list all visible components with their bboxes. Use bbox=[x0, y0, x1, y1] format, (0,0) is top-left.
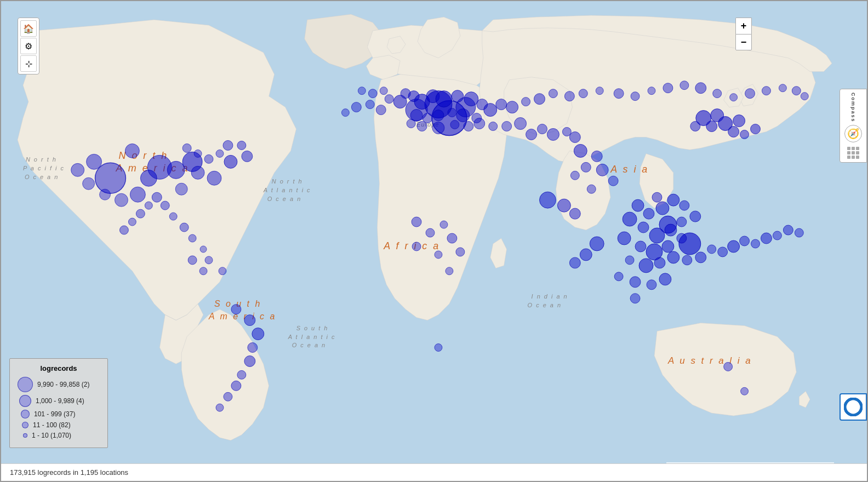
legend-text-5: 1 - 10 (1,070) bbox=[32, 432, 71, 439]
svg-text:O c e a n: O c e a n bbox=[292, 342, 326, 349]
legend-item-5: 1 - 10 (1,070) bbox=[18, 432, 100, 439]
svg-point-132 bbox=[456, 248, 465, 256]
svg-point-79 bbox=[608, 176, 618, 186]
svg-point-145 bbox=[224, 392, 232, 401]
status-text: 173,915 logrecords in 1,195 locations bbox=[10, 468, 128, 477]
svg-point-169 bbox=[380, 87, 387, 95]
svg-point-172 bbox=[549, 89, 557, 98]
svg-point-66 bbox=[489, 122, 498, 131]
svg-point-193 bbox=[580, 249, 592, 261]
search-button[interactable]: ⊹ bbox=[20, 55, 37, 72]
svg-point-117 bbox=[751, 239, 760, 248]
svg-point-125 bbox=[659, 273, 671, 285]
svg-point-189 bbox=[724, 362, 733, 371]
svg-point-166 bbox=[182, 144, 191, 152]
svg-point-52 bbox=[385, 95, 393, 104]
svg-point-198 bbox=[376, 105, 386, 115]
svg-point-180 bbox=[680, 81, 689, 90]
map-container[interactable]: N o r t h A m e r i c a S o u t h A m e … bbox=[0, 0, 868, 482]
svg-point-103 bbox=[635, 241, 646, 252]
svg-point-35 bbox=[83, 177, 95, 190]
status-bar: 173,915 logrecords in 1,195 locations bbox=[1, 463, 867, 481]
svg-point-199 bbox=[188, 256, 197, 265]
svg-text:A t l a n t i c: A t l a n t i c bbox=[263, 187, 311, 193]
svg-point-39 bbox=[175, 183, 187, 195]
svg-point-142 bbox=[244, 355, 255, 366]
svg-point-188 bbox=[801, 93, 808, 100]
svg-point-139 bbox=[244, 315, 255, 326]
zoom-out-button[interactable]: − bbox=[735, 34, 752, 50]
svg-point-119 bbox=[773, 231, 781, 240]
svg-point-194 bbox=[569, 257, 580, 268]
svg-text:P a c i f i c: P a c i f i c bbox=[23, 165, 65, 171]
rescue-icon[interactable] bbox=[840, 393, 867, 421]
svg-point-78 bbox=[596, 164, 608, 176]
svg-point-170 bbox=[522, 97, 530, 106]
world-map-svg: N o r t h A m e r i c a S o u t h A m e … bbox=[1, 1, 867, 481]
svg-point-121 bbox=[795, 228, 803, 237]
svg-point-140 bbox=[252, 328, 264, 340]
legend-title: logrecords bbox=[18, 364, 100, 372]
svg-point-186 bbox=[779, 84, 786, 92]
svg-point-183 bbox=[730, 94, 738, 101]
svg-point-98 bbox=[649, 228, 665, 243]
svg-point-92 bbox=[656, 202, 669, 215]
legend: logrecords 9,990 - 99,858 (2) 1,000 - 9,… bbox=[9, 358, 108, 448]
legend-text-2: 1,000 - 9,989 (4) bbox=[36, 397, 84, 405]
svg-point-95 bbox=[679, 200, 689, 210]
svg-point-176 bbox=[614, 89, 624, 99]
grid-icon bbox=[847, 147, 859, 159]
legend-item-1: 9,990 - 99,858 (2) bbox=[18, 377, 100, 392]
svg-point-135 bbox=[540, 192, 556, 208]
svg-point-138 bbox=[231, 305, 241, 314]
legend-text-1: 9,990 - 99,858 (2) bbox=[37, 381, 89, 388]
svg-point-153 bbox=[161, 201, 169, 210]
svg-point-87 bbox=[728, 127, 739, 137]
svg-point-137 bbox=[569, 208, 580, 219]
svg-text:O c e a n: O c e a n bbox=[528, 302, 562, 308]
svg-point-62 bbox=[432, 122, 444, 134]
compass-icon[interactable]: 🧭 bbox=[844, 125, 862, 142]
svg-point-197 bbox=[366, 100, 374, 109]
svg-point-152 bbox=[169, 213, 177, 220]
svg-point-168 bbox=[368, 89, 377, 98]
svg-point-71 bbox=[547, 129, 559, 141]
settings-button[interactable]: ⚙ bbox=[20, 38, 37, 54]
zoom-controls: + − bbox=[735, 18, 752, 50]
svg-point-70 bbox=[538, 124, 547, 134]
svg-point-158 bbox=[119, 226, 128, 234]
svg-point-151 bbox=[180, 223, 189, 232]
svg-point-120 bbox=[783, 225, 793, 235]
svg-point-108 bbox=[639, 259, 653, 273]
svg-point-148 bbox=[205, 256, 213, 264]
svg-point-80 bbox=[587, 185, 596, 193]
zoom-in-button[interactable]: + bbox=[735, 18, 752, 34]
svg-point-38 bbox=[130, 187, 145, 202]
svg-point-65 bbox=[474, 118, 485, 129]
legend-item-4: 11 - 100 (82) bbox=[18, 421, 100, 429]
svg-point-107 bbox=[625, 256, 634, 265]
svg-point-40 bbox=[71, 163, 84, 176]
svg-point-191 bbox=[630, 294, 640, 303]
svg-point-106 bbox=[677, 233, 687, 243]
svg-point-165 bbox=[194, 150, 202, 157]
svg-point-90 bbox=[632, 199, 644, 211]
svg-point-185 bbox=[762, 87, 770, 95]
svg-point-69 bbox=[526, 129, 537, 140]
svg-point-111 bbox=[682, 255, 692, 265]
svg-point-57 bbox=[448, 108, 456, 117]
svg-point-167 bbox=[358, 87, 366, 95]
svg-point-83 bbox=[706, 121, 717, 132]
svg-point-53 bbox=[401, 89, 410, 99]
svg-point-127 bbox=[426, 228, 435, 237]
svg-point-31 bbox=[140, 170, 157, 186]
home-button[interactable]: 🏠 bbox=[20, 20, 37, 37]
svg-point-128 bbox=[440, 221, 448, 228]
svg-point-144 bbox=[231, 381, 241, 391]
svg-point-46 bbox=[452, 90, 464, 102]
svg-point-154 bbox=[152, 192, 162, 202]
svg-point-110 bbox=[667, 251, 679, 263]
svg-point-143 bbox=[237, 370, 246, 379]
svg-point-187 bbox=[792, 87, 801, 95]
svg-point-50 bbox=[496, 99, 507, 110]
